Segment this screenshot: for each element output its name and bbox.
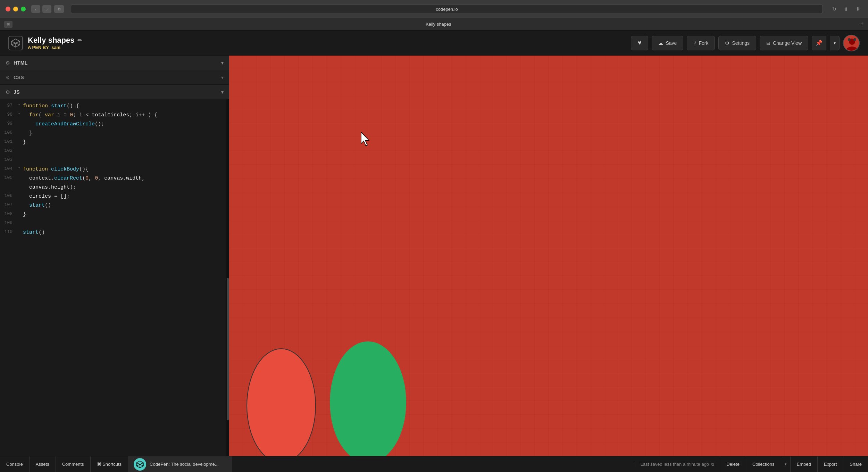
download-button[interactable]: ⬇ [853,5,862,13]
code-line-109: 109 [0,220,229,229]
html-section-title: HTML [14,60,28,66]
title-bar: ‹ › ⧉ codepen.io ↻ ⬆ ⬇ [0,0,868,18]
tab-title: Kelly shapes [17,22,860,27]
css-gear-icon[interactable]: ⚙ [6,75,10,80]
forward-button[interactable]: › [42,5,51,13]
code-line-105b: canvas.height); [0,183,229,192]
pin-dropdown-button[interactable]: ▾ [830,36,840,50]
edit-title-icon[interactable]: ✏ [77,37,82,44]
save-status: Last saved less than a minute ago ⧉ [635,462,720,467]
codepen-notification[interactable]: CodePen: The social developme... [128,456,232,472]
new-tab-button[interactable]: + [860,20,864,28]
delete-button[interactable]: Delete [720,456,746,472]
code-line-105: 105 context.clearRect(0, 0, canvas.width… [0,174,229,183]
js-gear-icon[interactable]: ⚙ [6,89,10,95]
code-line-106: 106 circles = []; [0,192,229,201]
shortcuts-tab[interactable]: ⌘ Shortcuts [91,456,128,472]
app-header: Kelly shapes ✏ A PEN BY sam ♥ ☁ Save ⑂ F… [0,31,868,56]
url-text: codepen.io [436,7,458,12]
html-collapse-button[interactable]: ▾ [221,60,224,66]
svg-line-5 [16,43,20,45]
code-line-103: 103 [0,156,229,165]
pen-subtitle: A PEN BY sam [28,45,82,50]
code-line-108: 108 } [0,210,229,220]
svg-line-2 [16,41,20,43]
comments-tab[interactable]: Comments [56,456,91,472]
export-button[interactable]: Export [817,456,843,472]
preview-panel[interactable] [229,56,868,456]
code-editor: 97 ▾ function start() { 98 ▾ for( var i … [0,99,229,240]
bottom-bar: Console Assets Comments ⌘ Shortcuts Code… [0,456,868,472]
bottom-left: Console Assets Comments ⌘ Shortcuts [0,456,128,472]
refresh-button[interactable]: ↻ [830,5,839,13]
pen-title-area: Kelly shapes ✏ A PEN BY sam [28,36,82,50]
codepen-logo-circle [134,458,146,471]
collections-button[interactable]: Collections [746,456,781,472]
code-line-110: 110 start() [0,229,229,238]
url-bar[interactable]: codepen.io [71,4,823,14]
svg-point-9 [848,38,851,41]
window-view-button[interactable]: ⧉ [54,5,64,13]
save-button[interactable]: ☁ Save [652,36,683,50]
title-bar-right: ↻ ⬆ ⬇ [830,5,862,13]
preview-background[interactable] [229,56,868,456]
console-tab[interactable]: Console [0,456,30,472]
embed-button[interactable]: Embed [790,456,817,472]
collections-dropdown-button[interactable]: ▾ [781,456,790,472]
code-line-101: 101 } [0,138,229,147]
scrollbar-thumb[interactable] [227,278,229,421]
tab-icons: ⊞ [4,21,12,28]
code-line-107: 107 start() [0,201,229,210]
tab-bar: ⊞ Kelly shapes + [0,18,868,31]
minimize-button[interactable] [13,7,18,11]
html-gear-icon[interactable]: ⚙ [6,60,10,66]
css-collapse-button[interactable]: ▾ [221,75,224,80]
css-section-title: CSS [14,75,24,80]
pin-button[interactable]: 📌 [812,36,826,50]
svg-line-13 [140,463,143,464]
traffic-lights [6,7,26,11]
red-oval [247,348,316,456]
avatar[interactable] [843,35,860,51]
js-section-title: JS [14,89,20,95]
nav-arrows: ‹ › [31,5,51,13]
code-line-97: 97 ▾ function start() { [0,102,229,111]
fork-button[interactable]: ⑂ Fork [687,36,715,50]
code-line-100: 100 } [0,129,229,138]
bottom-right: Last saved less than a minute ago ⧉ Dele… [635,456,868,472]
change-view-button[interactable]: ⊟ Change View [760,36,808,50]
code-line-102: 102 [0,147,229,156]
codepen-logo [8,36,23,50]
back-button[interactable]: ‹ [31,5,40,13]
assets-tab[interactable]: Assets [30,456,56,472]
scrollbar-track[interactable] [226,99,229,456]
save-cloud-icon: ☁ [658,40,663,46]
svg-line-15 [136,464,140,466]
fullscreen-button[interactable] [21,7,26,11]
js-collapse-button[interactable]: ▾ [221,89,224,95]
main-layout: ⚙ HTML ▾ ⚙ CSS ▾ ⚙ JS ▾ 97 ▾ function st… [0,56,868,456]
js-code-area[interactable]: 97 ▾ function start() { 98 ▾ for( var i … [0,99,229,456]
svg-line-12 [136,463,140,464]
fork-icon: ⑂ [693,40,696,46]
pen-title: Kelly shapes ✏ [28,36,82,45]
header-actions: ♥ ☁ Save ⑂ Fork ⚙ Settings ⊟ Change View… [631,35,860,51]
share-button[interactable]: Share [843,456,868,472]
svg-point-10 [853,38,856,41]
css-section-header: ⚙ CSS ▾ [0,70,229,85]
change-view-icon: ⊟ [766,40,770,46]
tab-icon-1[interactable]: ⊞ [4,21,12,28]
codepen-title: CodePen: The social developme... [150,462,219,467]
svg-line-4 [11,43,16,45]
svg-line-16 [140,464,143,466]
shapes-container [247,341,406,456]
share-upload-button[interactable]: ⬆ [842,5,851,13]
code-line-99: 99 createAndDrawCircle(); [0,120,229,129]
code-line-98: 98 ▾ for( var i = 0; i < totalCircles; i… [0,111,229,120]
like-button[interactable]: ♥ [631,36,648,50]
settings-button[interactable]: ⚙ Settings [718,36,756,50]
settings-gear-icon: ⚙ [725,40,729,46]
close-button[interactable] [6,7,10,11]
html-section-header: ⚙ HTML ▾ [0,56,229,70]
external-link-icon[interactable]: ⧉ [711,462,714,466]
